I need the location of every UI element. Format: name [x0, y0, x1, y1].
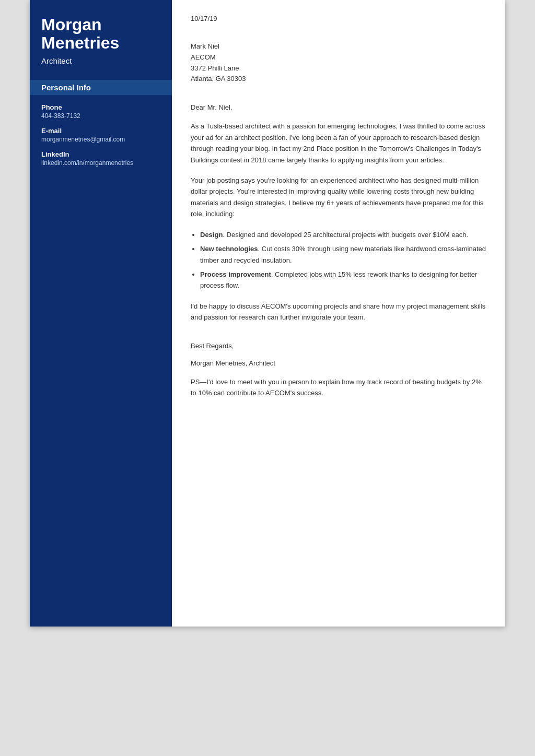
main-content: 10/17/19 Mark Niel AECOM 3372 Philli Lan… — [172, 0, 505, 627]
list-item: New technologies. Cut costs 30% through … — [200, 243, 486, 266]
phone-info: Phone 404-383-7132 — [41, 103, 160, 120]
phone-value: 404-383-7132 — [41, 112, 160, 120]
cover-letter-page: Morgan Menetries Architect Personal Info… — [30, 0, 505, 627]
bullet-label-1: Design — [200, 231, 223, 239]
recipient-name: Mark Niel — [191, 41, 486, 52]
phone-label: Phone — [41, 103, 160, 111]
bullet-text-1: . Designed and developed 25 architectura… — [223, 231, 468, 239]
candidate-name: Morgan Menetries — [41, 16, 160, 52]
recipient-address: 3372 Philli Lane — [191, 63, 486, 74]
bullet-list: Design. Designed and developed 25 archit… — [200, 229, 486, 291]
candidate-title: Architect — [41, 56, 160, 65]
linkedin-label: LinkedIn — [41, 150, 160, 158]
list-item: Design. Designed and developed 25 archit… — [200, 229, 486, 240]
bullet-label-3: Process improvement — [200, 270, 271, 278]
sidebar: Morgan Menetries Architect Personal Info… — [30, 0, 172, 627]
email-info: E-mail morganmenetries@gmail.com — [41, 127, 160, 143]
email-label: E-mail — [41, 127, 160, 135]
recipient-block: Mark Niel AECOM 3372 Philli Lane Atlanta… — [191, 41, 486, 85]
paragraph-2: Your job posting says you're looking for… — [191, 175, 486, 220]
bullet-label-2: New technologies — [200, 245, 258, 253]
personal-info-header: Personal Info — [30, 80, 172, 95]
closing: Best Regards, — [191, 342, 486, 350]
recipient-company: AECOM — [191, 52, 486, 63]
paragraph-1: As a Tusla-based architect with a passio… — [191, 121, 486, 166]
email-value: morganmenetries@gmail.com — [41, 136, 160, 143]
linkedin-value: linkedin.com/in/morganmenetries — [41, 159, 160, 167]
ps-note: PS—I'd love to meet with you in person t… — [191, 376, 486, 399]
salutation: Dear Mr. Niel, — [191, 103, 486, 111]
letter-date: 10/17/19 — [191, 15, 486, 22]
signature: Morgan Menetries, Architect — [191, 359, 486, 367]
recipient-city: Atlanta, GA 30303 — [191, 74, 486, 85]
paragraph-3: I'd be happy to discuss AECOM's upcoming… — [191, 301, 486, 323]
list-item: Process improvement. Completed jobs with… — [200, 269, 486, 291]
linkedin-info: LinkedIn linkedin.com/in/morganmenetries — [41, 150, 160, 167]
